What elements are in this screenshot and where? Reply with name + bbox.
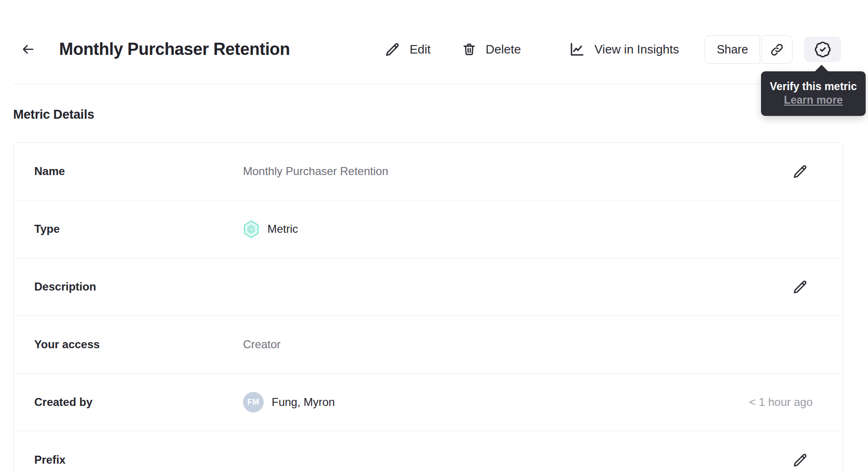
metric-detail-page: Monthly Purchaser Retention Edit Delete … xyxy=(0,0,868,474)
verify-tooltip: Verify this metric Learn more xyxy=(761,71,866,116)
row-type-value: Metric xyxy=(267,222,298,236)
back-button[interactable] xyxy=(17,38,39,60)
tooltip-learn-more-link[interactable]: Learn more xyxy=(784,93,843,107)
row-created-by-label: Created by xyxy=(34,396,243,409)
row-type: Type Metric xyxy=(14,200,843,258)
line-chart-icon xyxy=(569,41,586,58)
edit-prefix-button[interactable] xyxy=(791,451,810,469)
link-icon xyxy=(770,43,784,57)
tooltip-arrow xyxy=(815,65,829,72)
page-title: Monthly Purchaser Retention xyxy=(59,39,290,60)
row-created-by: Created by FM Fung, Myron < 1 hour ago xyxy=(14,374,843,431)
seal-check-icon xyxy=(814,41,831,58)
metric-hexagon-icon xyxy=(243,220,259,238)
edit-button-label: Edit xyxy=(410,42,431,57)
row-name-value: Monthly Purchaser Retention xyxy=(243,165,388,178)
row-name-label: Name xyxy=(34,165,243,178)
pencil-icon xyxy=(792,163,808,179)
row-description: Description xyxy=(14,258,843,316)
edit-name-button[interactable] xyxy=(791,162,810,181)
share-button[interactable]: Share xyxy=(705,35,760,64)
row-name: Name Monthly Purchaser Retention xyxy=(14,143,843,200)
copy-link-button[interactable] xyxy=(761,35,792,64)
pencil-icon xyxy=(792,452,808,468)
trash-icon xyxy=(462,41,477,57)
verify-metric-button[interactable] xyxy=(804,37,841,62)
edit-description-button[interactable] xyxy=(791,277,810,296)
row-prefix-label: Prefix xyxy=(34,453,243,466)
view-in-insights-label: View in Insights xyxy=(594,42,679,57)
row-your-access: Your access Creator xyxy=(14,316,843,374)
section-heading: Metric Details xyxy=(13,107,94,122)
tooltip-title: Verify this metric xyxy=(761,79,866,93)
delete-button-label: Delete xyxy=(486,42,521,57)
metric-details-card: Name Monthly Purchaser Retention Type xyxy=(13,142,843,474)
row-your-access-label: Your access xyxy=(34,338,243,351)
created-timestamp: < 1 hour ago xyxy=(749,396,813,409)
share-button-label: Share xyxy=(717,43,748,56)
row-your-access-value: Creator xyxy=(243,338,281,351)
pencil-icon xyxy=(385,41,401,57)
pencil-icon xyxy=(792,279,808,295)
row-prefix: Prefix xyxy=(14,431,843,474)
header-divider xyxy=(13,84,855,84)
row-type-label: Type xyxy=(34,222,243,236)
row-created-by-value: Fung, Myron xyxy=(272,396,335,409)
share-button-group: Share xyxy=(705,35,792,64)
avatar: FM xyxy=(243,392,264,413)
delete-button[interactable]: Delete xyxy=(462,38,521,61)
row-description-label: Description xyxy=(34,280,243,293)
view-in-insights-button[interactable]: View in Insights xyxy=(569,38,679,61)
edit-button[interactable]: Edit xyxy=(385,38,431,61)
arrow-left-icon xyxy=(21,42,35,56)
